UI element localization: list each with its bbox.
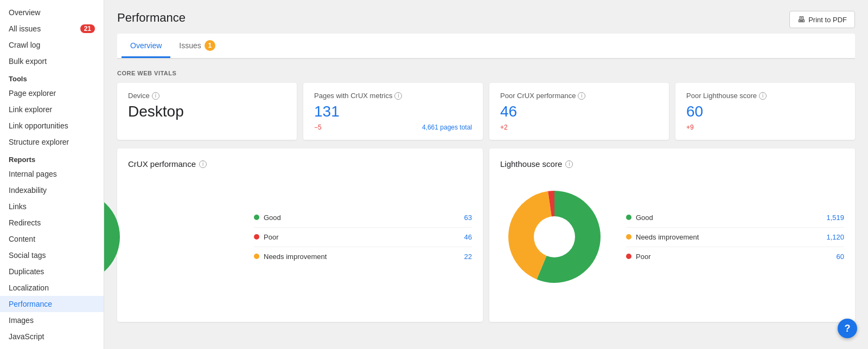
- poor-crux-card: Poor CrUX performance i 46 +2: [489, 83, 669, 140]
- lighthouse-chart-info-icon[interactable]: i: [565, 160, 573, 168]
- lh-ni-dot: [626, 234, 631, 240]
- page-title: Performance: [117, 11, 186, 25]
- crux-good-dot: [254, 215, 259, 220]
- sidebar-item-localization[interactable]: Localization: [0, 280, 104, 296]
- lighthouse-score-chart-card: Lighthouse score i Good 1,519: [489, 148, 855, 322]
- poor-lighthouse-sub-left: +9: [686, 124, 694, 131]
- poor-lighthouse-value: 60: [686, 103, 844, 120]
- sidebar: Overview All issues 21 Crawl log Bulk ex…: [0, 0, 104, 349]
- tab-bar: Overview Issues 1: [117, 34, 855, 59]
- poor-lighthouse-card: Poor Lighthouse score i 60 +9: [675, 83, 855, 140]
- lh-good-dot: [626, 215, 631, 220]
- lh-legend-good: Good 1,519: [626, 208, 844, 228]
- sidebar-item-link-explorer[interactable]: Link explorer: [0, 101, 104, 118]
- crux-chart-info-icon[interactable]: i: [199, 160, 207, 168]
- main-content: Performance 🖶 Print to PDF Overview Issu…: [104, 0, 868, 349]
- lh-legend-ni: Needs improvement 1,120: [626, 228, 844, 247]
- sidebar-item-links[interactable]: Links: [0, 198, 104, 215]
- tools-section-header: Tools: [0, 69, 104, 85]
- sidebar-item-internal-pages[interactable]: Internal pages: [0, 166, 104, 182]
- sidebar-item-link-opportunities[interactable]: Link opportunities: [0, 118, 104, 134]
- poor-crux-value: 46: [500, 103, 658, 120]
- poor-crux-info-icon[interactable]: i: [578, 92, 585, 100]
- issues-badge: 1: [205, 40, 215, 51]
- crux-legend-good: Good 63: [254, 208, 472, 228]
- sidebar-item-redirects[interactable]: Redirects: [0, 215, 104, 231]
- reports-section-header: Reports: [0, 150, 104, 166]
- crux-ni-dot: [254, 254, 259, 259]
- crux-performance-chart-card: CrUX performance i Good 63: [117, 148, 483, 322]
- pages-crux-sub-left: −5: [314, 124, 322, 131]
- sidebar-item-overview[interactable]: Overview: [0, 4, 104, 21]
- metric-cards-row: Device i Desktop Pages with CrUX metrics…: [117, 83, 855, 140]
- sidebar-item-performance[interactable]: Performance: [0, 296, 104, 312]
- charts-row: CrUX performance i Good 63: [117, 148, 855, 322]
- lh-legend-poor: Poor 60: [626, 247, 844, 266]
- all-issues-badge: 21: [80, 24, 95, 33]
- device-card: Device i Desktop: [117, 83, 297, 140]
- pages-crux-value: 131: [314, 103, 472, 120]
- pages-crux-info-icon[interactable]: i: [394, 92, 402, 100]
- sidebar-item-all-issues[interactable]: All issues 21: [0, 21, 104, 37]
- tab-overview[interactable]: Overview: [122, 35, 170, 58]
- sidebar-item-indexability[interactable]: Indexability: [0, 182, 104, 198]
- device-value: Desktop: [128, 103, 286, 120]
- poor-crux-sub-left: +2: [500, 124, 508, 131]
- crux-legend-poor: Poor 46: [254, 228, 472, 247]
- crux-legend-ni: Needs improvement 22: [254, 247, 472, 266]
- sidebar-item-images[interactable]: Images: [0, 312, 104, 328]
- sidebar-item-javascript[interactable]: JavaScript: [0, 328, 104, 345]
- core-web-vitals-label: CORE WEB VITALS: [117, 70, 855, 76]
- poor-lighthouse-info-icon[interactable]: i: [759, 92, 767, 100]
- lighthouse-legend: Good 1,519 Needs improvement 1,120: [626, 208, 844, 266]
- crux-donut-chart: [128, 177, 237, 296]
- sidebar-item-structure-explorer[interactable]: Structure explorer: [0, 134, 104, 150]
- print-to-pdf-button[interactable]: 🖶 Print to PDF: [789, 11, 855, 28]
- sidebar-item-page-explorer[interactable]: Page explorer: [0, 85, 104, 101]
- pages-crux-card: Pages with CrUX metrics i 131 −5 4,661 p…: [303, 83, 483, 140]
- sidebar-item-duplicates[interactable]: Duplicates: [0, 263, 104, 280]
- sidebar-item-content[interactable]: Content: [0, 231, 104, 247]
- sidebar-item-crawl-log[interactable]: Crawl log: [0, 37, 104, 53]
- lh-poor-dot: [626, 254, 631, 259]
- help-button[interactable]: ?: [838, 319, 857, 338]
- lighthouse-donut-chart: [500, 177, 609, 296]
- sidebar-item-social-tags[interactable]: Social tags: [0, 247, 104, 263]
- crux-poor-dot: [254, 234, 259, 240]
- print-icon: 🖶: [797, 15, 805, 24]
- sidebar-item-bulk-export[interactable]: Bulk export: [0, 53, 104, 69]
- device-info-icon[interactable]: i: [152, 92, 159, 100]
- pages-crux-sub-right: 4,661 pages total: [422, 124, 472, 131]
- tab-issues[interactable]: Issues 1: [170, 34, 224, 59]
- crux-legend: Good 63 Poor 46 Needs: [254, 208, 472, 266]
